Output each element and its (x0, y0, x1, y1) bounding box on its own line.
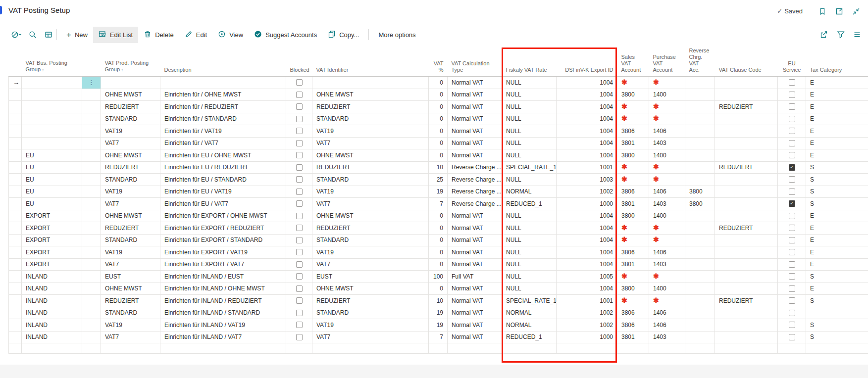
cell-fiskaly[interactable]: SPECIAL_RATE_1 (502, 161, 557, 174)
cell-calc[interactable]: Normal VAT (448, 307, 502, 319)
cell-bus[interactable]: EU (22, 186, 82, 198)
cell-clause[interactable] (715, 113, 778, 125)
cell-tax[interactable] (806, 307, 868, 319)
cell-tax[interactable]: E (806, 234, 868, 246)
cell-clause[interactable] (715, 186, 778, 198)
cell-prod[interactable]: EUST (101, 271, 160, 283)
cell-pct[interactable]: 0 (429, 149, 448, 162)
cell-rev[interactable]: 3800 (685, 198, 715, 210)
cell-rev[interactable] (685, 137, 715, 149)
more-options-button[interactable]: More options (373, 28, 421, 42)
eu-service-checkbox[interactable] (789, 116, 795, 122)
col-header-export[interactable]: DSFinV-K Export ID (557, 47, 617, 77)
cell-pct[interactable]: 0 (429, 137, 448, 149)
cell-calc[interactable]: Normal VAT (448, 331, 502, 343)
cell-desc[interactable]: Einrichten für EU / OHNE MWST (160, 149, 286, 162)
cell-clause[interactable]: REDUZIERT (715, 101, 778, 113)
cell-menu[interactable] (82, 307, 101, 319)
cell-desc[interactable]: Einrichten für / VAT7 (160, 137, 286, 149)
cell-id[interactable]: VAT7 (312, 198, 429, 210)
cell-calc[interactable]: Normal VAT (448, 210, 502, 222)
cell-desc[interactable]: Einrichten für EU / VAT19 (160, 186, 286, 198)
cell-sales[interactable]: 3801 (617, 137, 649, 149)
cell-desc[interactable]: Einrichten für INLAND / REDUZIERT (160, 295, 286, 307)
cell-calc[interactable]: Normal VAT (448, 222, 502, 235)
col-header-id[interactable]: VAT Identifier (312, 47, 429, 77)
eu-service-checkbox[interactable] (789, 225, 795, 231)
cell-export[interactable]: 1004 (557, 222, 617, 235)
cell-sales[interactable]: 3806 (617, 125, 649, 138)
cell-id[interactable]: OHNE MWST (312, 89, 429, 101)
cell-desc[interactable]: Einrichten für / STANDARD (160, 113, 286, 125)
cell-menu[interactable] (82, 186, 101, 198)
empty-cell[interactable] (286, 343, 312, 354)
cell-menu[interactable] (82, 198, 101, 210)
blocked-checkbox[interactable] (296, 261, 303, 268)
cell-blocked[interactable] (286, 101, 312, 113)
cell-id[interactable]: VAT7 (312, 258, 429, 271)
cell-sales[interactable]: ✱ (617, 222, 649, 235)
blocked-checkbox[interactable] (296, 297, 303, 304)
cell-sel[interactable] (9, 174, 22, 186)
cell-tax[interactable]: S (806, 198, 868, 210)
cell-prod[interactable]: VAT19 (101, 186, 160, 198)
cell-purch[interactable]: ✱ (649, 222, 685, 235)
cell-sel[interactable] (9, 210, 22, 222)
cell-prod[interactable]: STANDARD (101, 113, 160, 125)
cell-calc[interactable]: Normal VAT (448, 246, 502, 259)
cell-eu[interactable] (778, 174, 806, 186)
cell-export[interactable]: 1004 (557, 258, 617, 271)
cell-sales[interactable]: 3800 (617, 89, 649, 101)
cell-pct[interactable]: 0 (429, 125, 448, 138)
cell-sales[interactable]: ✱ (617, 234, 649, 246)
cell-bus[interactable] (22, 125, 82, 138)
cell-blocked[interactable] (286, 246, 312, 259)
cell-eu[interactable] (778, 258, 806, 271)
cell-export[interactable]: 1000 (557, 198, 617, 210)
cell-tax[interactable]: S (806, 161, 868, 174)
cell-sales[interactable]: 3801 (617, 258, 649, 271)
blocked-checkbox[interactable] (296, 164, 303, 171)
cell-menu[interactable] (82, 234, 101, 246)
cell-fiskaly[interactable]: NULL (502, 271, 557, 283)
cell-bus[interactable]: EXPORT (22, 210, 82, 222)
col-header-eu[interactable]: EU Service (778, 47, 806, 77)
cell-bus[interactable] (22, 89, 82, 101)
view-button[interactable]: View (212, 27, 249, 43)
cell-desc[interactable]: Einrichten für INLAND / EUST (160, 271, 286, 283)
cell-eu[interactable] (778, 295, 806, 307)
blocked-checkbox[interactable] (296, 310, 303, 316)
cell-eu[interactable] (778, 113, 806, 125)
cell-prod[interactable]: VAT7 (101, 137, 160, 149)
cell-eu[interactable] (778, 77, 806, 89)
cell-eu[interactable] (778, 222, 806, 235)
cell-sales[interactable]: 3801 (617, 331, 649, 343)
cell-tax[interactable]: E (806, 89, 868, 101)
cell-fiskaly[interactable]: NULL (502, 149, 557, 162)
cell-fiskaly[interactable]: NORMAL (502, 319, 557, 331)
cell-blocked[interactable] (286, 149, 312, 162)
cell-purch[interactable]: 1406 (649, 319, 685, 331)
col-header-blocked[interactable]: Blocked (286, 47, 312, 77)
cell-sel[interactable] (9, 271, 22, 283)
cell-clause[interactable] (715, 210, 778, 222)
cell-id[interactable]: VAT19 (312, 186, 429, 198)
cell-purch[interactable]: ✱ (649, 174, 685, 186)
cell-eu[interactable] (778, 234, 806, 246)
cell-fiskaly[interactable]: NULL (502, 101, 557, 113)
cell-export[interactable]: 1004 (557, 246, 617, 259)
eu-service-checkbox[interactable] (789, 213, 795, 219)
cell-sel[interactable] (9, 137, 22, 149)
cell-tax[interactable]: E (806, 137, 868, 149)
cell-pct[interactable]: 100 (429, 271, 448, 283)
cell-eu[interactable] (778, 210, 806, 222)
blocked-checkbox[interactable] (296, 273, 303, 280)
eu-service-checkbox[interactable] (789, 103, 795, 110)
cell-id[interactable] (312, 77, 429, 89)
cell-pct[interactable]: 0 (429, 258, 448, 271)
cell-sel[interactable] (9, 222, 22, 235)
blocked-checkbox[interactable] (296, 334, 303, 340)
cell-purch[interactable]: ✱ (649, 77, 685, 89)
cell-fiskaly[interactable]: NORMAL (502, 186, 557, 198)
cell-rev[interactable] (685, 174, 715, 186)
